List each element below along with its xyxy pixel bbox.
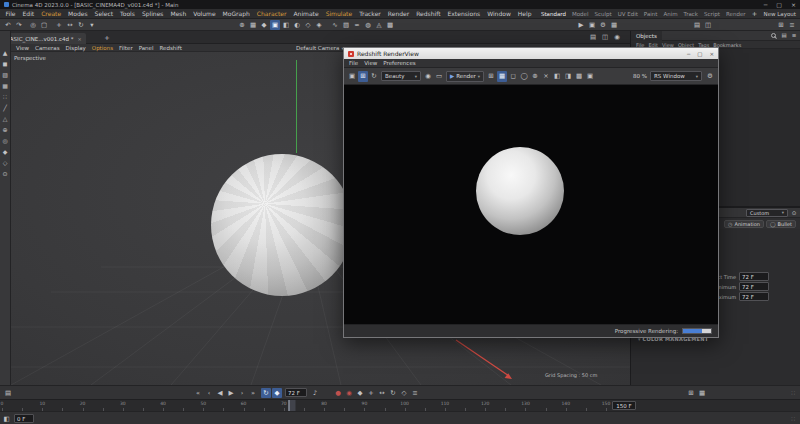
play-button[interactable]: ▶ [226, 388, 236, 398]
viewport-menu-item[interactable]: Redshift [157, 45, 185, 51]
texture-mode-icon[interactable]: ▨ [1, 70, 10, 79]
pin-icon[interactable]: ◉ [612, 32, 622, 42]
interface-menu-icon[interactable]: ≡ [787, 20, 797, 30]
menu-item[interactable]: Select [91, 10, 117, 17]
viewport-menu-item[interactable]: Filter [116, 45, 136, 51]
last-tool-icon[interactable]: ▾ [87, 20, 97, 30]
viewport-menu-item[interactable]: Options [89, 45, 116, 51]
render-settings-icon[interactable]: ⚙ [598, 20, 608, 30]
material-mode-icon[interactable]: ◐ [292, 20, 302, 30]
new-layout-button[interactable]: New Layout [764, 11, 796, 17]
menu-item[interactable]: Simulate [322, 10, 356, 17]
snapshot-icon[interactable]: ⊞ [358, 71, 368, 82]
viewport-solo-icon[interactable]: ◎ [1, 136, 10, 145]
range-start-field[interactable]: 0 F [14, 414, 34, 423]
attribute-tab[interactable]: ◯ Bullet [766, 220, 796, 228]
layout-tab[interactable]: Standard [541, 11, 566, 17]
enable-axis-icon[interactable]: ⊕ [1, 125, 10, 134]
end-frame-field[interactable]: 150 F [612, 401, 636, 410]
camera-selector-hud[interactable]: Default Camera ▾ [296, 45, 344, 51]
workplane-icon[interactable]: ▦ [248, 20, 258, 30]
layout-panel-icon[interactable]: ▤ [692, 20, 702, 30]
menu-item[interactable]: Character [253, 10, 290, 17]
polygons-mode-icon[interactable]: △ [1, 114, 10, 123]
render-picture-viewer-icon[interactable]: ▣ [587, 20, 597, 30]
viewport-mode-icon[interactable]: ◧ [281, 20, 291, 30]
menu-item[interactable]: Tools [117, 10, 139, 17]
live-selection-icon[interactable]: ◎ [28, 20, 38, 30]
aov-dropdown[interactable]: Beauty ▾ [381, 71, 421, 81]
layout-tab[interactable]: Track [684, 11, 698, 17]
current-frame-field[interactable]: 72 F [285, 388, 307, 397]
timeline-menu-icon[interactable]: ▤ [3, 388, 13, 398]
coordinate-system-icon[interactable]: ⊕ [237, 20, 247, 30]
menu-item[interactable]: Extensions [444, 10, 484, 17]
render-view-icon[interactable]: ▶ [576, 20, 586, 30]
renderview-menu-item[interactable]: View [361, 60, 380, 66]
scale-icon[interactable]: ↔ [65, 20, 75, 30]
renderview-titlebar[interactable]: Redshift RenderView ─ ▢ × [344, 48, 718, 59]
close-button[interactable]: × [791, 1, 796, 8]
panel-menu-icon[interactable]: ≡ [790, 31, 798, 39]
keyframe-selection-icon[interactable]: ◆ [355, 388, 365, 398]
force-icon[interactable]: ◬ [374, 20, 384, 30]
attribute-value-field[interactable]: 72 F [739, 272, 769, 281]
menu-item[interactable]: Edit [19, 10, 38, 17]
goto-start-button[interactable]: « [193, 388, 203, 398]
prev-frame-button[interactable]: ◀ [215, 388, 225, 398]
layout-tab[interactable]: Sculpt [594, 11, 611, 17]
menu-item[interactable]: Create [38, 10, 65, 17]
points-mode-icon[interactable]: ∷ [1, 92, 10, 101]
record-scale-icon[interactable]: ↔ [377, 388, 387, 398]
search-icon[interactable] [771, 33, 776, 38]
volume-builder-icon[interactable]: ▩ [385, 20, 395, 30]
workplane-mode-icon[interactable]: ▦ [1, 81, 10, 90]
render-canvas[interactable] [344, 85, 718, 324]
compare-layout-icon[interactable]: ◫ [600, 32, 610, 42]
renderview-maximize-button[interactable]: ▢ [697, 51, 702, 57]
model-mode-icon[interactable]: ◼ [1, 59, 10, 68]
layout-tab[interactable]: Model [572, 11, 589, 17]
make-editable-icon[interactable]: ▲ [1, 48, 10, 57]
tab-overview-icon[interactable]: ▤ [588, 32, 598, 42]
layout-tab[interactable]: Render [726, 11, 746, 17]
menu-item[interactable]: Animate [290, 10, 322, 17]
timeline-ruler[interactable]: 0102030405060708090100110120130140150 15… [0, 399, 800, 411]
range-menu-icon[interactable]: ◧ [2, 414, 11, 423]
zoom-level-label[interactable]: 80 % [633, 73, 647, 79]
viewport-menu-item[interactable]: Panel [136, 45, 157, 51]
collider-icon[interactable]: ◍ [363, 20, 373, 30]
rect-selection-icon[interactable]: ▢ [39, 20, 49, 30]
layout-tab[interactable]: Script [704, 11, 720, 17]
layout-tab[interactable]: Paint [644, 11, 658, 17]
viewport-menu-item[interactable]: Display [63, 45, 89, 51]
attribute-tab[interactable]: ◷ Animation [724, 220, 764, 228]
timeline-layout-icon[interactable]: ⊞ [686, 388, 696, 398]
histogram-icon[interactable]: ▣ [585, 71, 595, 82]
sound-button[interactable]: ♪ [310, 388, 320, 398]
autokey-button[interactable]: ◉ [344, 388, 354, 398]
minimize-button[interactable]: ─ [764, 1, 768, 8]
clay-mode-icon[interactable]: ◯ [519, 71, 529, 82]
region-render-icon[interactable]: ◻ [508, 71, 518, 82]
renderview-minimize-button[interactable]: ─ [687, 51, 690, 57]
customize-icon[interactable]: ⊞ [776, 20, 786, 30]
progressive-mode-icon[interactable]: ▦ [497, 71, 507, 82]
simulation-icon[interactable]: ∿ [330, 20, 340, 30]
aov-layers-icon[interactable]: ▩ [574, 71, 584, 82]
camera-lock-icon[interactable]: ◉ [423, 71, 433, 82]
menu-item[interactable]: Window [484, 10, 515, 17]
viewport-menu-item[interactable]: Cameras [32, 45, 62, 51]
lock-icon[interactable]: ⊙ [790, 209, 798, 217]
maximize-button[interactable]: ▢ [776, 1, 782, 8]
undo-icon[interactable]: ↶ [3, 20, 13, 30]
rope-icon[interactable]: ≈ [352, 20, 362, 30]
menu-item[interactable]: Redshift [413, 10, 444, 17]
loop-button[interactable]: ↻ [261, 388, 271, 398]
menu-item[interactable]: Splines [138, 10, 167, 17]
modeling-mode-icon[interactable]: ▣ [270, 20, 280, 30]
cloth-icon[interactable]: ▧ [341, 20, 351, 30]
renderview-close-button[interactable]: × [709, 51, 714, 57]
menu-item[interactable]: Modes [65, 10, 91, 17]
record-pla-icon[interactable]: ≡ [410, 388, 420, 398]
